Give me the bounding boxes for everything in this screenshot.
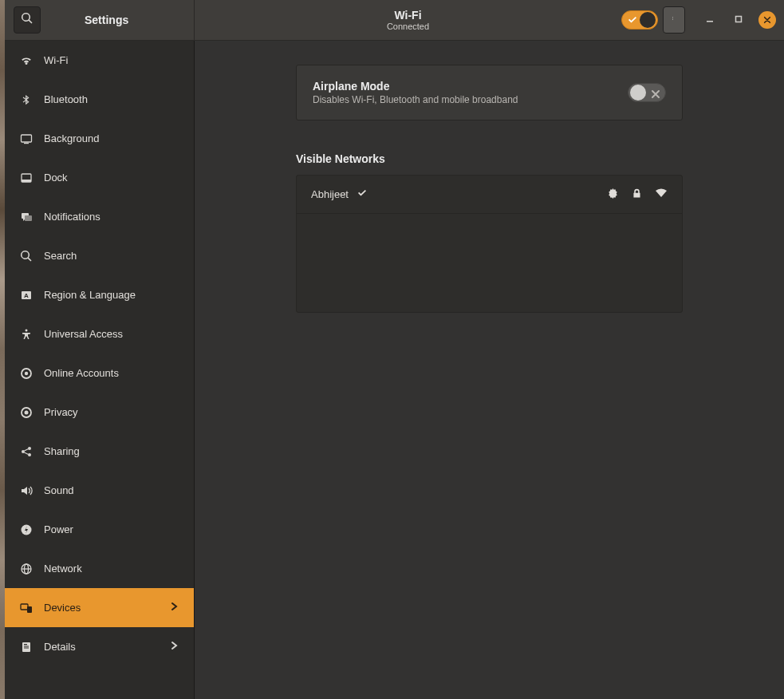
svg-point-1: [672, 18, 673, 19]
sidebar-item-background[interactable]: Background: [5, 119, 194, 158]
airplane-mode-card: Airplane Mode Disables Wi-Fi, Bluetooth …: [296, 65, 683, 120]
svg-rect-10: [25, 215, 32, 221]
dock-icon: [19, 171, 33, 185]
sidebar: Wi-Fi Bluetooth Background: [5, 41, 195, 699]
sidebar-item-sharing[interactable]: Sharing: [5, 432, 194, 471]
airplane-mode-title: Airplane Mode: [313, 80, 518, 93]
sidebar-item-details[interactable]: Details: [5, 627, 194, 666]
sidebar-item-label: Wi-Fi: [44, 54, 68, 66]
svg-rect-29: [24, 647, 29, 648]
sidebar-item-label: Bluetooth: [44, 93, 88, 105]
page-subtitle: Connected: [387, 22, 429, 31]
minimize-icon: [705, 13, 715, 27]
network-icon: [19, 562, 33, 576]
svg-point-15: [25, 371, 28, 374]
svg-rect-8: [22, 180, 31, 182]
sidebar-item-privacy[interactable]: Privacy: [5, 393, 194, 432]
svg-text:A: A: [24, 292, 29, 299]
devices-icon: [19, 601, 33, 615]
toggle-knob: [640, 12, 656, 28]
bluetooth-icon: [19, 93, 33, 107]
sidebar-item-label: Universal Access: [44, 328, 123, 340]
maximize-icon: [734, 13, 743, 27]
universal-access-icon: [19, 327, 33, 342]
maximize-button[interactable]: [730, 11, 747, 29]
sidebar-item-label: Dock: [44, 172, 68, 184]
wifi-icon: [19, 53, 33, 68]
settings-window: Settings Wi-Fi Connected: [5, 0, 784, 699]
x-icon: [651, 88, 660, 102]
svg-rect-5: [22, 135, 32, 142]
sidebar-item-label: Region & Language: [44, 289, 136, 301]
sidebar-item-universal-access[interactable]: Universal Access: [5, 314, 194, 353]
svg-rect-3: [707, 21, 713, 22]
vertical-dots-icon: [672, 12, 676, 28]
notifications-icon: [19, 210, 33, 224]
wifi-signal-icon: [655, 187, 668, 202]
lock-icon: [632, 188, 642, 201]
gear-icon[interactable]: [607, 188, 619, 202]
toggle-knob: [630, 85, 646, 101]
minimize-button[interactable]: [701, 11, 719, 29]
page-title: Wi-Fi: [394, 9, 421, 22]
connected-check-icon: [357, 188, 368, 201]
sidebar-item-label: Sharing: [44, 445, 80, 457]
power-icon: [19, 523, 33, 537]
sidebar-item-label: Online Accounts: [44, 367, 119, 379]
chevron-right-icon: [170, 602, 179, 614]
sidebar-item-bluetooth[interactable]: Bluetooth: [5, 80, 194, 119]
search-icon: [21, 12, 33, 28]
network-row-icons: [607, 187, 668, 202]
svg-rect-28: [24, 646, 29, 646]
online-accounts-icon: [19, 366, 33, 381]
body-content: Wi-Fi Bluetooth Background: [5, 41, 784, 699]
sidebar-item-devices[interactable]: Devices: [5, 588, 194, 627]
network-name: Abhijeet: [311, 188, 349, 200]
more-menu-button[interactable]: [663, 6, 685, 34]
sidebar-item-label: Notifications: [44, 211, 100, 223]
search-nav-icon: [19, 249, 33, 263]
titlebar-left: Settings: [5, 0, 195, 40]
svg-rect-25: [27, 606, 32, 613]
svg-rect-4: [736, 17, 742, 22]
sidebar-item-search[interactable]: Search: [5, 236, 194, 275]
search-button[interactable]: [14, 6, 41, 34]
window-controls: [701, 11, 776, 29]
check-icon: [627, 14, 638, 26]
sidebar-item-notifications[interactable]: Notifications: [5, 197, 194, 236]
airplane-mode-info: Airplane Mode Disables Wi-Fi, Bluetooth …: [313, 80, 518, 105]
sidebar-item-dock[interactable]: Dock: [5, 158, 194, 197]
sharing-icon: [19, 444, 33, 459]
details-icon: [19, 640, 33, 654]
network-row[interactable]: Abhijeet: [297, 176, 682, 214]
sidebar-item-online-accounts[interactable]: Online Accounts: [5, 353, 194, 393]
chevron-right-icon: [170, 641, 179, 653]
close-button[interactable]: [758, 11, 776, 29]
sidebar-item-label: Details: [44, 641, 76, 653]
app-title: Settings: [85, 14, 128, 26]
background-icon: [19, 132, 33, 146]
wifi-master-toggle[interactable]: [621, 10, 658, 30]
main-area: Airplane Mode Disables Wi-Fi, Bluetooth …: [195, 41, 784, 699]
sidebar-item-power[interactable]: Power: [5, 510, 194, 549]
svg-point-19: [28, 447, 31, 450]
svg-point-17: [25, 410, 29, 414]
sidebar-item-network[interactable]: Network: [5, 549, 194, 588]
svg-point-0: [672, 17, 673, 18]
sidebar-item-label: Sound: [44, 484, 74, 496]
svg-point-2: [672, 19, 673, 20]
sidebar-item-sound[interactable]: Sound: [5, 471, 194, 510]
airplane-mode-toggle[interactable]: [628, 83, 666, 102]
wifi-panel: Airplane Mode Disables Wi-Fi, Bluetooth …: [296, 65, 683, 313]
region-language-icon: A: [19, 288, 33, 302]
sound-icon: [19, 484, 33, 498]
svg-rect-6: [24, 143, 29, 144]
networks-list: Abhijeet: [296, 175, 683, 313]
sidebar-item-region-language[interactable]: A Region & Language: [5, 275, 194, 314]
sidebar-item-wifi[interactable]: Wi-Fi: [5, 41, 194, 80]
sidebar-item-label: Power: [44, 523, 73, 535]
privacy-icon: [19, 405, 33, 420]
titlebar-center: Wi-Fi Connected: [195, 9, 621, 31]
svg-rect-24: [21, 604, 28, 610]
svg-point-13: [26, 329, 28, 331]
